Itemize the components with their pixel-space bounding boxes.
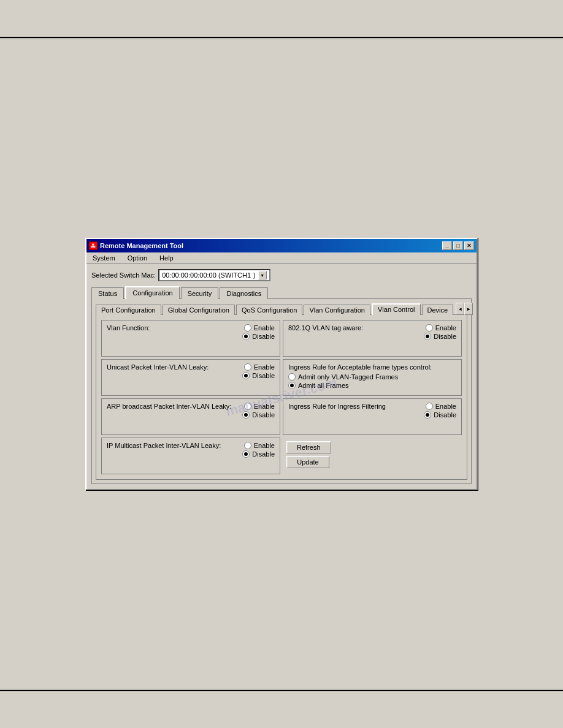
ip-multicast-radio-group: Enable Disable [242,442,275,458]
ieee-vlan-label: 802.1Q VLAN tag aware: [288,324,363,332]
ingress-filtering-enable-radio[interactable] [426,403,433,410]
vlan-function-enable-label: Enable [254,324,275,332]
ingress-filtering-disable-label: Disable [434,411,456,419]
tab-scroll-right[interactable]: ► [464,303,473,315]
ingress-frame-box: Ingress Rule for Acceptable frame types … [283,359,462,396]
title-bar: 🖧 Remote Management Tool _ □ ✕ [86,239,477,252]
ingress-filtering-enable-label: Enable [435,403,456,410]
unicast-disable-label: Disable [252,372,275,379]
ingress-frame-tagged[interactable]: Admit only VLAN-Tagged Frames [288,373,456,381]
inner-tab-vlan-control[interactable]: Vlan Control [372,303,421,315]
arp-radio-group: Enable Disable [242,403,275,419]
arp-enable-radio[interactable] [244,403,251,410]
ingress-frame-tagged-label: Admit only VLAN-Tagged Frames [298,373,398,381]
switch-mac-arrow[interactable]: ▼ [258,271,267,279]
unicast-disable-radio[interactable] [242,372,250,379]
arp-disable[interactable]: Disable [242,411,275,419]
vlan-function-label: Vlan Function: [107,324,150,332]
ingress-frame-tagged-radio[interactable] [288,373,296,381]
tab-diagnostics[interactable]: Diagnostics [220,287,268,299]
unicast-enable[interactable]: Enable [244,363,275,371]
menu-bar: System Option Help [86,252,477,264]
vlan-function-enable[interactable]: Enable [244,324,275,332]
unicast-enable-radio[interactable] [244,363,251,371]
unicast-label: Unicast Packet Inter-VLAN Leaky: [107,363,209,371]
outer-tab-row: Status Configuration Security Diagnostic… [91,286,472,299]
ip-multicast-enable[interactable]: Enable [244,442,275,449]
buttons-area: Refresh Update [283,438,462,474]
ip-multicast-label: IP Multicast Packet Inter-VLAN Leaky: [107,442,221,449]
inner-tab-panel: manualsriver.com Vlan Function: Enable [96,314,467,480]
tab-status[interactable]: Status [91,287,124,299]
content-area: Selected Switch Mac: 00:00:00:00:00:00 (… [86,264,477,489]
tab-configuration[interactable]: Configuration [125,286,179,299]
arp-enable-label: Enable [254,403,275,410]
update-button[interactable]: Update [286,456,329,468]
ingress-frame-label: Ingress Rule for Acceptable frame types … [288,363,456,371]
menu-option[interactable]: Option [125,254,150,262]
unicast-radio-group: Enable Disable [242,363,275,379]
inner-tab-qos-config[interactable]: QoS Configuration [236,305,303,315]
page-bottom-bar [0,689,563,691]
refresh-button[interactable]: Refresh [286,441,331,453]
ingress-filtering-label: Ingress Rule for Ingress Filtering [288,403,386,410]
arp-box: ARP broadcast Packet Inter-VLAN Leaky: E… [101,398,280,435]
ingress-frame-options: Admit only VLAN-Tagged Frames Admit all … [288,373,456,389]
ingress-frame-all-label: Admit all Frames [298,382,349,389]
restore-button[interactable]: □ [453,241,463,250]
ieee-vlan-enable-radio[interactable] [426,324,433,332]
main-window: 🖧 Remote Management Tool _ □ ✕ System Op… [85,238,478,490]
minimize-button[interactable]: _ [442,241,452,250]
tab-scroll-left[interactable]: ◄ [456,303,464,315]
unicast-box: Unicast Packet Inter-VLAN Leaky: Enable … [101,359,280,396]
ingress-frame-all[interactable]: Admit all Frames [288,382,456,389]
ingress-filtering-radio-group: Enable Disable [424,403,456,419]
vlan-function-disable-radio[interactable] [242,333,250,340]
title-bar-buttons: _ □ ✕ [442,241,474,250]
vlan-grid: Vlan Function: Enable Disable [101,320,462,474]
ingress-filtering-disable-radio[interactable] [424,411,431,419]
outer-tab-panel: Port Configuration Global Configuration … [91,298,472,484]
tab-security[interactable]: Security [181,287,219,299]
arp-enable[interactable]: Enable [244,403,275,410]
vlan-function-box: Vlan Function: Enable Disable [101,320,280,357]
ingress-filtering-disable[interactable]: Disable [424,411,456,419]
window-title: Remote Management Tool [100,242,183,249]
ip-multicast-enable-radio[interactable] [244,442,251,449]
page-top-bar [0,37,563,39]
window-icon: 🖧 [89,241,98,250]
ieee-vlan-enable[interactable]: Enable [426,324,456,332]
inner-tab-vlan-config[interactable]: Vlan Configuration [304,305,370,315]
ip-multicast-disable-label: Disable [252,450,275,458]
ip-multicast-disable[interactable]: Disable [242,450,275,458]
inner-tab-port-config[interactable]: Port Configuration [96,305,161,315]
close-button[interactable]: ✕ [464,241,474,250]
ingress-frame-all-radio[interactable] [288,382,296,389]
ieee-vlan-enable-label: Enable [435,324,456,332]
vlan-function-disable-label: Disable [252,333,275,340]
menu-system[interactable]: System [90,254,118,262]
vlan-function-enable-radio[interactable] [244,324,251,332]
inner-tab-global-config[interactable]: Global Configuration [163,305,235,315]
unicast-enable-label: Enable [254,363,275,371]
inner-tab-device[interactable]: Device [422,305,454,315]
ieee-vlan-disable[interactable]: Disable [424,333,456,340]
switch-mac-value: 00:00:00:00:00:00 (SWITCH1 [162,271,251,279]
ip-multicast-disable-radio[interactable] [242,450,250,458]
vlan-function-radio-group: Enable Disable [242,324,275,340]
switch-mac-row: Selected Switch Mac: 00:00:00:00:00:00 (… [91,269,472,281]
switch-mac-label: Selected Switch Mac: [91,271,156,279]
unicast-disable[interactable]: Disable [242,372,275,379]
ieee-vlan-disable-radio[interactable] [424,333,431,340]
ip-multicast-box: IP Multicast Packet Inter-VLAN Leaky: En… [101,438,280,474]
ieee-vlan-box: 802.1Q VLAN tag aware: Enable Disable [283,320,462,357]
arp-disable-radio[interactable] [242,411,250,419]
switch-mac-combo[interactable]: 00:00:00:00:00:00 (SWITCH1) ▼ [158,269,270,281]
ingress-filtering-box: Ingress Rule for Ingress Filtering Enabl… [283,398,462,435]
menu-help[interactable]: Help [157,254,176,262]
ip-multicast-enable-label: Enable [254,442,275,449]
ieee-vlan-radio-group: Enable Disable [424,324,456,340]
ingress-filtering-enable[interactable]: Enable [426,403,456,410]
arp-label: ARP broadcast Packet Inter-VLAN Leaky: [107,403,231,410]
vlan-function-disable[interactable]: Disable [242,333,275,340]
